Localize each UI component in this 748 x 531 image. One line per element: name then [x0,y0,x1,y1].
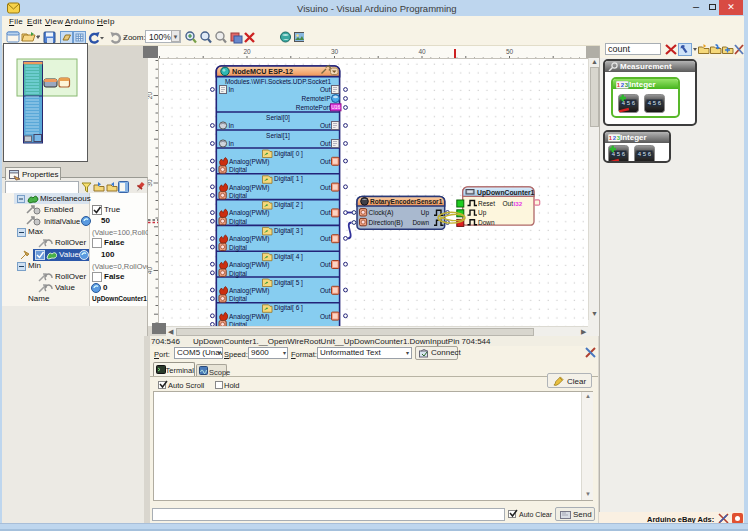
svg-text:Analog(PWM): Analog(PWM) [229,184,269,192]
svg-text:Direction(B): Direction(B) [369,219,403,227]
svg-text:Digital[ 0 ]: Digital[ 0 ] [274,150,303,158]
svg-text:30: 30 [148,179,153,187]
svg-text:50: 50 [506,48,514,55]
svg-text:Analog(PWM): Analog(PWM) [229,287,269,295]
svg-text:40: 40 [148,267,153,275]
svg-text:Analog(PWM): Analog(PWM) [229,235,269,243]
svg-text:Out: Out [320,261,331,268]
svg-text:20: 20 [243,48,251,55]
svg-text:In: In [229,86,235,93]
svg-text:Serial[1]: Serial[1] [266,132,290,140]
svg-text:Down: Down [478,219,495,226]
svg-text:Digital: Digital [229,270,248,278]
svg-text:Analog(PWM): Analog(PWM) [229,209,269,217]
svg-text:UpDownCounter1: UpDownCounter1 [477,189,535,197]
svg-text:RemoteIP: RemoteIP [302,95,331,102]
svg-text:Out: Out [320,158,331,165]
svg-text:Modules.\WiFi.Sockets.UDP.Sock: Modules.\WiFi.Sockets.UDP.Socket1 [225,78,331,85]
svg-text:Analog(PWM): Analog(PWM) [229,158,269,166]
svg-text:30: 30 [331,48,339,55]
svg-text:Out: Out [320,287,331,294]
svg-text:Serial[0]: Serial[0] [266,114,290,122]
svg-text:20: 20 [148,92,153,100]
svg-text:Out: Out [320,122,331,129]
svg-text:Analog(PWM): Analog(PWM) [229,313,269,321]
svg-text:Digital[ 5 ]: Digital[ 5 ] [274,279,303,287]
svg-text:U16: U16 [331,104,340,110]
svg-text:Up: Up [478,209,487,217]
svg-text:Digital: Digital [229,192,248,200]
svg-text:Out: Out [320,86,331,93]
svg-text:Digital[ 1 ]: Digital[ 1 ] [274,175,303,183]
svg-text:Digital[ 3 ]: Digital[ 3 ] [274,227,303,235]
svg-text:Out: Out [320,313,331,320]
svg-text:Digital: Digital [229,218,248,226]
svg-text:NodeMCU ESP-12: NodeMCU ESP-12 [232,67,293,76]
svg-text:Digital[ 6 ]: Digital[ 6 ] [274,304,303,312]
svg-text:Analog(PWM): Analog(PWM) [229,261,269,269]
svg-text:Digital: Digital [229,166,248,174]
svg-text:Down: Down [412,219,429,226]
svg-text:RotaryEncoderSensor1: RotaryEncoderSensor1 [370,198,443,206]
svg-text:Clock(A): Clock(A) [369,209,394,217]
svg-text:I32: I32 [514,200,523,207]
svg-text:Up: Up [421,209,430,217]
svg-text:Digital: Digital [229,295,248,303]
svg-text:40: 40 [418,48,426,55]
svg-text:Digital[ 2 ]: Digital[ 2 ] [274,201,303,209]
svg-text:Digital[ 4 ]: Digital[ 4 ] [274,253,303,261]
svg-text:In: In [229,140,235,147]
svg-text:Out: Out [320,235,331,242]
svg-text:Digital: Digital [229,244,248,252]
svg-text:Out: Out [503,200,514,207]
svg-text:Reset: Reset [478,200,495,207]
svg-text:Out: Out [320,184,331,191]
svg-text:In: In [229,122,235,129]
svg-text:Out: Out [320,140,331,147]
svg-text:RemotePort: RemotePort [296,104,331,111]
svg-text:Out: Out [320,209,331,216]
